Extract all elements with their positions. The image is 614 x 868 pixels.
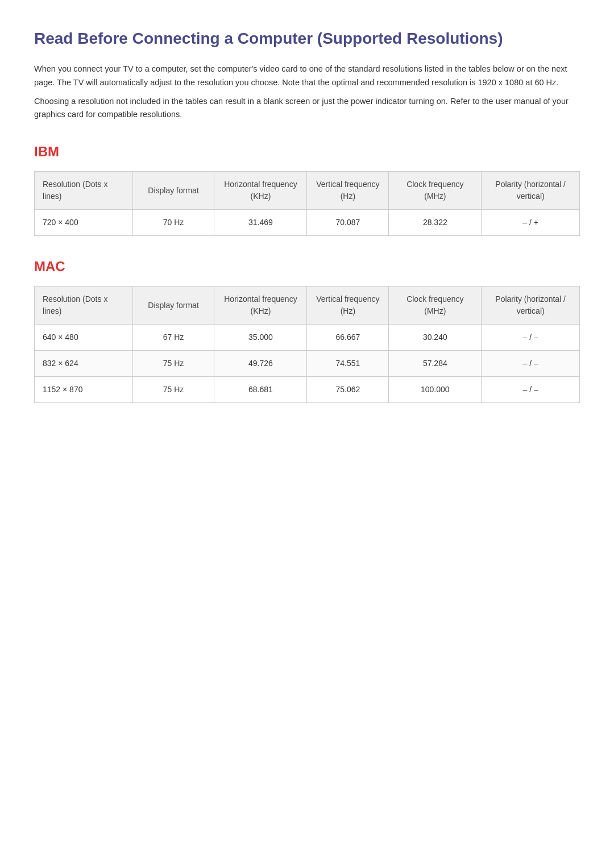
- page-title: Read Before Connecting a Computer (Suppo…: [34, 28, 580, 49]
- cell-resolution: 640 × 480: [35, 325, 133, 351]
- ibm-table: Resolution (Dots x lines) Display format…: [34, 171, 580, 236]
- cell-horizontal: 35.000: [214, 325, 307, 351]
- cell-clock: 100.000: [389, 377, 482, 403]
- cell-polarity: – / –: [482, 325, 580, 351]
- table-row: 640 × 480 67 Hz 35.000 66.667 30.240 – /…: [35, 325, 580, 351]
- ibm-section-title: IBM: [34, 142, 580, 162]
- mac-section-title: MAC: [34, 256, 580, 277]
- ibm-col-polarity: Polarity (horizontal / vertical): [482, 172, 580, 210]
- cell-polarity: – / –: [482, 351, 580, 377]
- cell-polarity: – / –: [482, 377, 580, 403]
- intro-paragraph-2: Choosing a resolution not included in th…: [34, 95, 580, 121]
- mac-col-resolution: Resolution (Dots x lines): [35, 286, 133, 325]
- cell-clock: 30.240: [389, 325, 482, 351]
- cell-clock: 57.284: [389, 351, 482, 377]
- mac-col-horizontal: Horizontal frequency (KHz): [214, 286, 307, 325]
- cell-display-format: 70 Hz: [132, 210, 214, 236]
- cell-vertical: 75.062: [307, 377, 389, 403]
- ibm-col-vertical: Vertical frequency (Hz): [307, 172, 389, 210]
- cell-vertical: 66.667: [307, 325, 389, 351]
- cell-horizontal: 68.681: [214, 377, 307, 403]
- ibm-col-resolution: Resolution (Dots x lines): [35, 172, 133, 210]
- table-row: 720 × 400 70 Hz 31.469 70.087 28.322 – /…: [35, 210, 580, 236]
- table-row: 1152 × 870 75 Hz 68.681 75.062 100.000 –…: [35, 377, 580, 403]
- mac-col-clock: Clock frequency (MHz): [389, 286, 482, 325]
- ibm-col-display-format: Display format: [132, 172, 214, 210]
- ibm-col-horizontal: Horizontal frequency (KHz): [214, 172, 307, 210]
- mac-col-vertical: Vertical frequency (Hz): [307, 286, 389, 325]
- mac-table-header-row: Resolution (Dots x lines) Display format…: [35, 286, 580, 325]
- cell-vertical: 70.087: [307, 210, 389, 236]
- mac-table: Resolution (Dots x lines) Display format…: [34, 286, 580, 403]
- mac-col-polarity: Polarity (horizontal / vertical): [482, 286, 580, 325]
- cell-resolution: 832 × 624: [35, 351, 133, 377]
- cell-display-format: 75 Hz: [132, 351, 214, 377]
- cell-resolution: 720 × 400: [35, 210, 133, 236]
- cell-display-format: 75 Hz: [132, 377, 214, 403]
- cell-horizontal: 49.726: [214, 351, 307, 377]
- cell-vertical: 74.551: [307, 351, 389, 377]
- ibm-table-header-row: Resolution (Dots x lines) Display format…: [35, 172, 580, 210]
- cell-resolution: 1152 × 870: [35, 377, 133, 403]
- cell-horizontal: 31.469: [214, 210, 307, 236]
- intro-paragraph-1: When you connect your TV to a computer, …: [34, 63, 580, 89]
- ibm-col-clock: Clock frequency (MHz): [389, 172, 482, 210]
- cell-display-format: 67 Hz: [132, 325, 214, 351]
- mac-col-display-format: Display format: [132, 286, 214, 325]
- cell-clock: 28.322: [389, 210, 482, 236]
- table-row: 832 × 624 75 Hz 49.726 74.551 57.284 – /…: [35, 351, 580, 377]
- cell-polarity: – / +: [482, 210, 580, 236]
